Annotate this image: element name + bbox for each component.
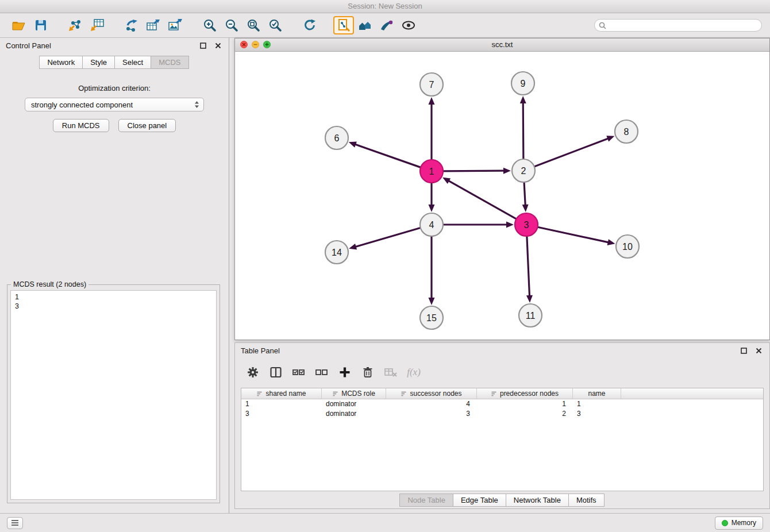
graph-node-label: 2 (521, 166, 526, 176)
column-label: name (588, 390, 605, 398)
memory-status-icon (722, 520, 728, 526)
task-history-button[interactable] (7, 517, 23, 529)
zoom-out-icon (225, 18, 238, 32)
cell-predecessor-nodes[interactable]: 2 (477, 409, 573, 419)
table-settings-button[interactable] (243, 364, 263, 381)
select-all-button[interactable] (289, 364, 309, 381)
open-file-button[interactable] (8, 16, 30, 35)
graph-edge-arrowhead (503, 168, 511, 174)
cell-predecessor-nodes[interactable]: 1 (477, 399, 573, 409)
tab-network-table[interactable]: Network Table (506, 494, 569, 507)
graph-edge-3-11[interactable] (527, 236, 530, 295)
close-panel-button[interactable] (213, 41, 223, 50)
search-icon (599, 22, 606, 29)
graph-node-label: 8 (624, 127, 629, 137)
network-window-titlebar[interactable]: scc.txt (235, 38, 769, 52)
cell-successor-nodes[interactable]: 4 (386, 399, 477, 409)
window-zoom-button[interactable] (263, 41, 271, 48)
mcds-result-box[interactable]: 1 3 (10, 290, 217, 500)
cell-mcds-role[interactable]: dominator (322, 409, 386, 419)
select-all-icon (292, 366, 306, 379)
cell-name[interactable]: 1 (573, 399, 621, 409)
window-minimize-button[interactable] (252, 41, 259, 48)
import-network-button[interactable] (64, 16, 86, 35)
cell-successor-nodes[interactable]: 3 (386, 409, 477, 419)
close-icon (215, 43, 221, 49)
status-bar: Memory (0, 513, 770, 532)
table-toolbar: f(x) (235, 364, 769, 381)
refresh-button[interactable] (299, 16, 321, 35)
graph-edge-2-9[interactable] (523, 103, 523, 159)
window-titlebar[interactable]: Session: New Session (0, 0, 770, 13)
tab-node-table[interactable]: Node Table (399, 494, 453, 507)
delete-column-button[interactable] (358, 364, 378, 381)
graph-edge-2-3[interactable] (524, 182, 525, 205)
tab-edge-table[interactable]: Edge Table (453, 494, 506, 507)
create-view-button[interactable] (333, 16, 354, 34)
memory-label: Memory (732, 519, 756, 527)
float-icon (200, 43, 206, 49)
export-image-button[interactable] (164, 16, 186, 35)
column-header-predecessor-nodes[interactable]: predecessor nodes (477, 388, 573, 399)
cell-shared-name[interactable]: 1 (241, 399, 322, 409)
tab-network[interactable]: Network (39, 56, 83, 69)
tab-style[interactable]: Style (82, 56, 115, 69)
export-table-button[interactable] (143, 16, 164, 35)
graph-edge-arrowhead (526, 295, 533, 303)
overview-button[interactable] (354, 16, 376, 35)
zoom-out-button[interactable] (221, 16, 242, 35)
zoom-selected-button[interactable] (264, 16, 286, 35)
function-builder-button[interactable]: f(x) (404, 364, 424, 381)
column-header-name[interactable]: name (573, 388, 621, 399)
tab-mcds[interactable]: MCDS (151, 56, 188, 69)
memory-button[interactable]: Memory (715, 516, 763, 530)
graph-edge-3-1[interactable] (449, 181, 516, 219)
graph-edge-1-2[interactable] (443, 171, 503, 171)
column-header-mcds-role[interactable]: MCDS role (322, 388, 386, 399)
graph-edge-2-8[interactable] (534, 138, 608, 166)
show-columns-button[interactable] (266, 364, 286, 381)
show-hide-button[interactable] (398, 16, 419, 35)
control-panel-header: Control Panel (0, 38, 229, 53)
table-float-button[interactable] (738, 346, 749, 355)
deselect-all-button[interactable] (312, 364, 332, 381)
export-network-button[interactable] (121, 16, 143, 35)
graph-edge-1-6[interactable] (356, 145, 421, 168)
import-table-button[interactable] (86, 16, 108, 35)
tab-motifs[interactable]: Motifs (568, 494, 605, 507)
list-icon (10, 519, 20, 527)
close-panel-action-button[interactable]: Close panel (118, 119, 176, 132)
run-mcds-button[interactable]: Run MCDS (53, 119, 109, 132)
tab-select[interactable]: Select (114, 56, 151, 69)
delete-table-button[interactable] (381, 364, 401, 381)
graph-node-label: 15 (426, 313, 437, 323)
table-close-button[interactable] (753, 346, 764, 355)
cell-shared-name[interactable]: 3 (241, 409, 322, 419)
search-input[interactable] (609, 21, 757, 30)
graph-edge-4-14[interactable] (356, 228, 421, 247)
main-toolbar (0, 13, 770, 38)
criterion-select[interactable]: strongly connected component (25, 98, 204, 111)
save-button[interactable] (30, 16, 52, 35)
zoom-fit-button[interactable] (242, 16, 264, 35)
table-row[interactable]: 3 dominator 3 2 3 (241, 409, 763, 419)
delete-table-icon (384, 366, 398, 379)
table-row[interactable]: 1 dominator 4 1 1 (241, 399, 763, 409)
traffic-lights (240, 41, 271, 48)
zoom-selected-icon (268, 18, 282, 32)
window-close-button[interactable] (240, 41, 248, 48)
search-box[interactable] (594, 19, 762, 32)
apply-style-button[interactable] (376, 16, 398, 35)
float-panel-button[interactable] (198, 41, 208, 50)
network-window-title: scc.txt (492, 40, 513, 49)
graph-edge-3-10[interactable] (538, 227, 608, 242)
add-column-button[interactable] (335, 364, 355, 381)
cell-name[interactable]: 3 (573, 409, 621, 419)
graph-node-label: 10 (622, 242, 633, 252)
close-icon (756, 348, 762, 354)
column-header-successor-nodes[interactable]: successor nodes (386, 388, 477, 399)
column-header-shared-name[interactable]: shared name (241, 388, 322, 399)
zoom-in-button[interactable] (199, 16, 221, 35)
network-canvas[interactable]: 7968124314101511 (235, 51, 769, 340)
cell-mcds-role[interactable]: dominator (322, 399, 386, 409)
